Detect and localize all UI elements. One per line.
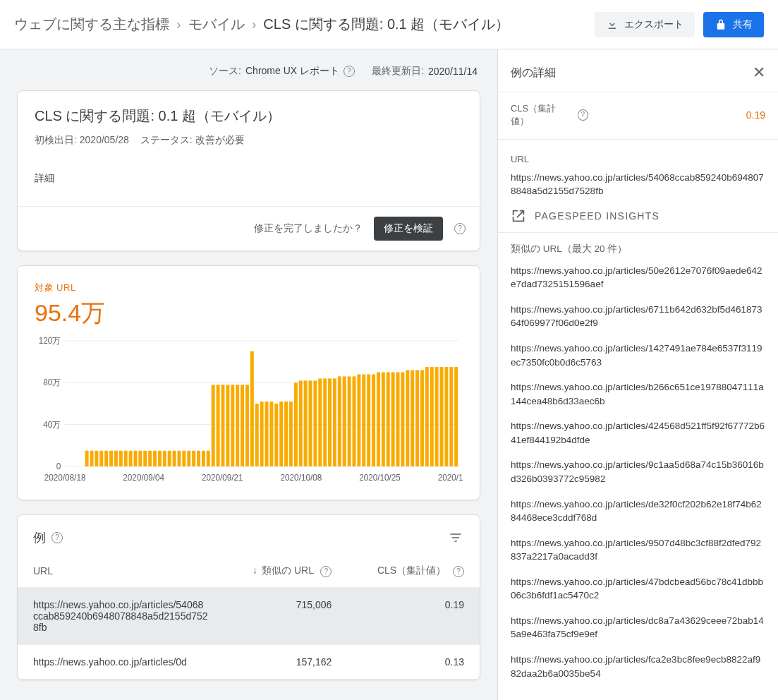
help-icon[interactable]: ? [453,566,464,577]
svg-rect-71 [391,373,395,467]
breadcrumb-item-2: CLS に関する問題: 0.1 超（モバイル） [263,15,509,34]
similar-url-item[interactable]: https://news.yahoo.co.jp/articles/9c1aa5… [511,458,765,485]
svg-rect-21 [148,451,152,466]
open-in-new-icon [511,208,526,224]
header-actions: エクスポート 共有 [595,12,764,37]
meta-row: ソース: Chrome UX レポート ? 最終更新日: 2020/11/14 [0,49,497,90]
similar-url-item[interactable]: https://news.yahoo.co.jp/articles/424568… [511,419,765,447]
svg-rect-22 [153,451,157,466]
similar-urls-list: https://news.yahoo.co.jp/articles/50e261… [511,264,765,680]
svg-rect-31 [197,451,200,466]
svg-rect-53 [304,380,308,466]
similar-url-item[interactable]: https://news.yahoo.co.jp/articles/142749… [511,342,765,369]
help-icon[interactable]: ? [454,223,466,234]
svg-text:2020/08/18: 2020/08/18 [44,473,86,483]
svg-text:2020/11/11: 2020/11/11 [438,473,463,483]
issue-title-strong: CLS [35,108,62,123]
breadcrumb-item-0[interactable]: ウェブに関する主な指標 [14,15,169,34]
svg-rect-20 [143,451,147,466]
export-label: エクスポート [624,18,683,31]
svg-rect-63 [353,376,356,466]
svg-rect-11 [99,451,103,466]
first-detected-label: 初検出日: [35,134,77,145]
help-icon[interactable]: ? [578,109,588,121]
similar-url-item[interactable]: https://news.yahoo.co.jp/articles/50e261… [511,264,765,291]
svg-rect-51 [294,382,298,466]
svg-rect-37 [226,385,229,466]
svg-rect-84 [454,367,458,466]
fix-row: 修正を完了しましたか？ 修正を検証 ? [18,207,480,251]
svg-rect-32 [202,451,205,466]
svg-rect-77 [420,370,424,466]
svg-rect-19 [138,451,142,466]
svg-rect-83 [449,367,453,466]
sort-down-icon: ↓ [253,565,257,576]
detail-link[interactable]: 詳細 [35,172,463,185]
svg-rect-15 [119,451,123,466]
verify-fix-button[interactable]: 修正を検証 [374,217,443,241]
svg-rect-29 [187,451,190,466]
help-icon[interactable]: ? [320,566,332,577]
source-label: ソース: [209,65,241,78]
similar-url-item[interactable]: https://news.yahoo.co.jp/articles/dc8a7a… [511,614,765,641]
table-row[interactable]: https://news.yahoo.co.jp/articles/54068c… [18,588,480,645]
source-value: Chrome UX レポート [245,65,339,78]
export-button[interactable]: エクスポート [595,12,695,37]
similar-url-item[interactable]: https://news.yahoo.co.jp/articles/6711b6… [511,303,765,330]
svg-rect-58 [328,378,332,466]
col-cls-label: CLS（集計値） [377,565,446,576]
svg-rect-72 [396,373,400,467]
svg-rect-42 [250,351,254,466]
updated-label: 最終更新日: [372,65,424,78]
col-cls-header[interactable]: CLS（集計値） ? [347,552,480,588]
svg-rect-43 [255,404,259,466]
similar-url-item[interactable]: https://news.yahoo.co.jp/articles/9507d4… [511,536,765,564]
examples-table: URL ↓類似の URL ? CLS（集計値） ? https://news.y… [18,552,480,680]
svg-rect-14 [114,451,118,466]
svg-rect-44 [260,402,264,466]
svg-text:80万: 80万 [43,378,61,387]
svg-text:0: 0 [56,461,61,471]
svg-rect-74 [406,370,409,466]
col-url-header[interactable]: URL [18,552,224,588]
chart-area: 040万80万120万2020/08/182020/09/042020/09/2… [18,332,480,500]
close-icon[interactable]: ✕ [753,65,765,80]
svg-rect-41 [245,385,249,466]
svg-rect-27 [178,451,181,466]
chart-card: 対象 URL 95.4万 040万80万120万2020/08/182020/0… [17,265,480,500]
svg-rect-81 [440,367,444,466]
bar-chart: 040万80万120万2020/08/182020/09/042020/09/2… [35,337,463,485]
svg-rect-79 [430,367,434,466]
svg-rect-17 [129,451,133,466]
breadcrumb-item-1[interactable]: モバイル [188,15,245,34]
breadcrumb: ウェブに関する主な指標 › モバイル › CLS に関する問題: 0.1 超（モ… [14,15,509,34]
svg-text:2020/10/08: 2020/10/08 [281,473,322,483]
help-icon[interactable]: ? [51,532,63,543]
chevron-right-icon: › [252,16,257,32]
source-info: ソース: Chrome UX レポート ? [209,65,355,78]
filter-icon[interactable] [447,529,464,546]
svg-rect-78 [425,367,429,466]
help-icon[interactable]: ? [344,66,355,77]
svg-rect-64 [357,374,360,466]
svg-rect-30 [192,451,195,466]
svg-text:2020/09/21: 2020/09/21 [202,473,243,483]
issue-title: CLS に関する問題: 0.1 超（モバイル） [35,107,463,126]
examples-card: 例 ? URL ↓類似の URL ? CLS（集計 [17,514,480,680]
issue-card: CLS に関する問題: 0.1 超（モバイル） 初検出日: 2020/05/28… [17,90,480,251]
pagespeed-insights-link[interactable]: PAGESPEED INSIGHTS [511,208,765,224]
similar-url-item[interactable]: https://news.yahoo.co.jp/articles/de32f0… [511,497,765,525]
share-label: 共有 [733,18,753,31]
similar-url-item[interactable]: https://news.yahoo.co.jp/articles/47bdcb… [511,575,765,603]
similar-url-item[interactable]: https://news.yahoo.co.jp/articles/b266c6… [511,380,765,408]
svg-rect-24 [163,451,166,466]
svg-rect-39 [236,385,239,466]
svg-rect-13 [109,451,113,466]
share-button[interactable]: 共有 [703,12,764,37]
download-icon [606,18,619,31]
table-row[interactable]: https://news.yahoo.co.jp/articles/0d157,… [18,645,480,680]
first-detected-value: 2020/05/28 [80,134,129,145]
svg-rect-54 [309,380,312,466]
col-similar-header[interactable]: ↓類似の URL ? [224,552,347,588]
similar-url-item[interactable]: https://news.yahoo.co.jp/articles/fca2e3… [511,653,765,680]
